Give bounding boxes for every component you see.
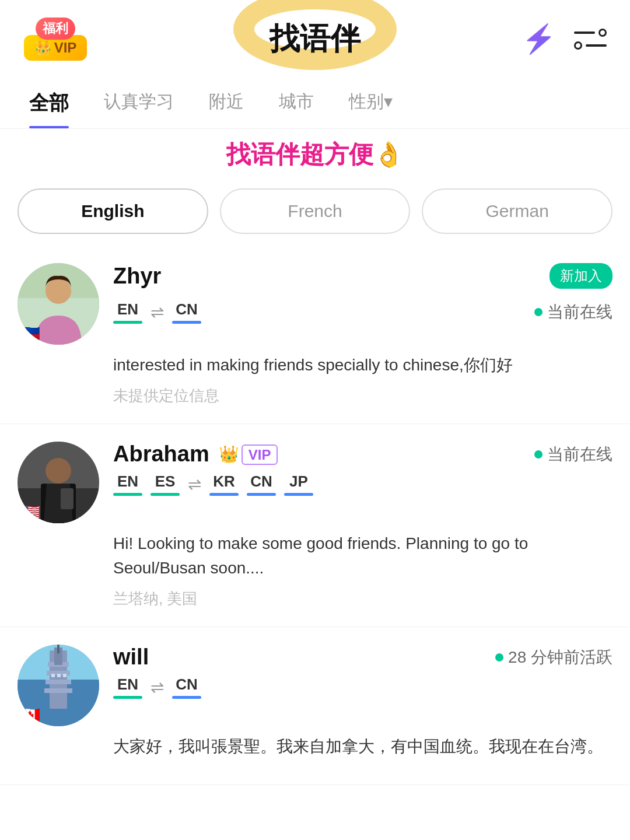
online-status-zhyr: 当前在线 — [534, 301, 612, 323]
svg-point-5 — [46, 458, 71, 484]
username-abraham: Abraham — [113, 442, 209, 467]
svg-rect-17 — [51, 674, 55, 677]
username-will: will — [113, 645, 149, 670]
lang-filter-french[interactable]: French — [220, 188, 411, 234]
tab-all[interactable]: 全部 — [12, 78, 86, 128]
lang-tags-abraham: EN ES ⇌ KR CN JP — [113, 473, 612, 496]
header-actions: ⚡ — [522, 23, 607, 55]
svg-rect-13 — [46, 680, 71, 684]
svg-rect-19 — [63, 674, 66, 677]
user-info-will: will 28 分钟前活跃 EN ⇌ CN — [113, 645, 612, 705]
flag-philippine: 🇵🇭 — [20, 326, 40, 342]
promo-banner: 找语伴超方便👌 — [0, 129, 630, 177]
settings-icon[interactable] — [574, 29, 607, 50]
svg-rect-18 — [57, 674, 61, 677]
tab-city[interactable]: 城市 — [261, 78, 331, 128]
lang-tags-will: EN ⇌ CN — [113, 676, 612, 699]
user-card-abraham[interactable]: 🇺🇸 Abraham 👑VIP 当前在线 EN ES — [0, 424, 630, 627]
lightning-icon[interactable]: ⚡ — [522, 23, 556, 55]
vip-badge[interactable]: 福利 👑 VIP — [23, 18, 88, 61]
online-status-will: 28 分钟前活跃 — [495, 646, 612, 668]
svg-rect-14 — [44, 688, 72, 693]
svg-rect-16 — [57, 645, 60, 653]
user-card-will[interactable]: 🇨🇦 will 28 分钟前活跃 EN ⇌ CN — [0, 627, 630, 785]
avatar-zhyr: 🇵🇭 — [18, 263, 99, 345]
flag-canada: 🇨🇦 — [20, 708, 40, 724]
online-status-abraham: 当前在线 — [534, 443, 612, 466]
language-filters: English French German — [0, 177, 630, 246]
lang-tags-zhyr: EN ⇌ CN — [113, 300, 201, 324]
flag-us: 🇺🇸 — [20, 505, 40, 521]
user-card-zhyr[interactable]: 🇵🇭 Zhyr 新加入 EN ⇌ CN — [0, 246, 630, 424]
tab-serious[interactable]: 认真学习 — [86, 78, 191, 128]
nav-tabs: 全部 认真学习 附近 城市 性别▾ — [0, 78, 630, 129]
username-zhyr: Zhyr — [113, 264, 161, 289]
bio-abraham: Hi! Looking to make some good friends. P… — [113, 531, 612, 580]
svg-point-2 — [46, 278, 71, 304]
svg-rect-7 — [61, 488, 74, 509]
user-info-zhyr: Zhyr 新加入 EN ⇌ CN — [113, 263, 612, 330]
tab-nearby[interactable]: 附近 — [191, 78, 261, 128]
lang-filter-german[interactable]: German — [422, 188, 612, 234]
location-zhyr: 未提供定位信息 — [113, 386, 612, 406]
avatar-will: 🇨🇦 — [18, 645, 99, 726]
page-title: 找语伴 — [270, 19, 360, 60]
new-badge-zhyr: 新加入 — [550, 263, 612, 289]
bio-will: 大家好，我叫張景聖。我来自加拿大，有中国血统。我现在在台湾。 — [113, 734, 612, 759]
location-abraham: 兰塔纳, 美国 — [113, 589, 612, 609]
tab-gender[interactable]: 性别▾ — [331, 78, 410, 128]
lang-filter-english[interactable]: English — [18, 188, 208, 234]
vip-badge-promo: 福利 — [36, 18, 75, 40]
avatar-abraham: 🇺🇸 — [18, 442, 99, 523]
user-info-abraham: Abraham 👑VIP 当前在线 EN ES ⇌ — [113, 442, 612, 502]
bio-zhyr: interested in making friends specially t… — [113, 353, 612, 377]
crown-icon: 👑 — [34, 40, 52, 56]
